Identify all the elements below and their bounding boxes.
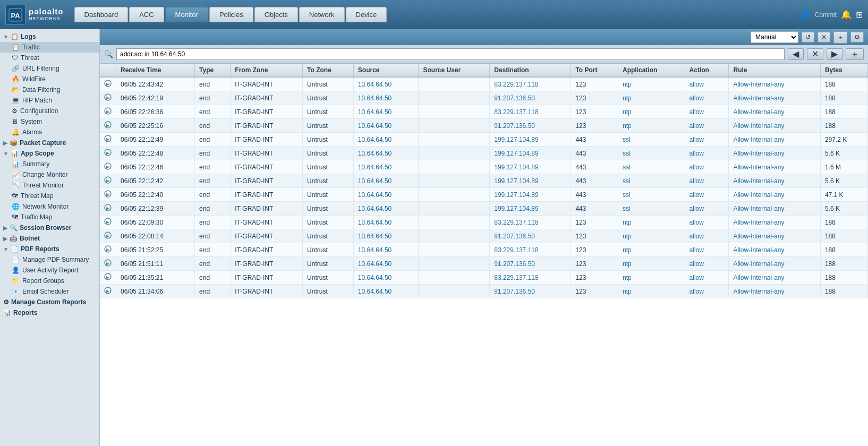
summary-icon: 📊	[12, 160, 20, 168]
row-detail-icon[interactable]: ▶	[100, 229, 116, 243]
row-detail-icon[interactable]: ▶	[100, 91, 116, 105]
sidebar-group-packet-capture-header[interactable]: ▶ 📦 Packet Capture	[0, 138, 99, 148]
tab-network[interactable]: Network	[299, 7, 345, 22]
traffic-map-icon: 🗺	[12, 213, 18, 221]
row-detail-icon[interactable]: ▶	[100, 105, 116, 119]
sidebar-item-wildfire[interactable]: 🔥 WildFire	[0, 74, 99, 84]
row-detail-icon[interactable]: ▶	[100, 147, 116, 160]
svg-text:▶: ▶	[106, 206, 110, 211]
sidebar-group-logs-label: Logs	[21, 33, 36, 40]
col-action[interactable]: Action	[685, 64, 729, 77]
sidebar-group-session-browser-header[interactable]: ▶ 🔍 Session Browser	[0, 222, 99, 233]
sidebar-group-app-scope-header[interactable]: ▼ 📊 App Scope	[0, 148, 99, 159]
filter-search-icon: 🔍	[104, 50, 113, 58]
sidebar-item-threat-map[interactable]: 🗺 Threat Map	[0, 191, 99, 201]
sidebar-item-url-filtering[interactable]: 🔗 URL Filtering	[0, 63, 99, 74]
sidebar-item-change-monitor[interactable]: 📈 Change Monitor	[0, 169, 99, 180]
sidebar-item-report-groups[interactable]: 📁 Report Groups	[0, 276, 99, 286]
sidebar-group-logs-header[interactable]: ▼ 📋 Logs	[0, 31, 99, 42]
row-detail-icon[interactable]: ▶	[100, 202, 116, 216]
row-detail-icon[interactable]: ▶	[100, 285, 116, 298]
grid-icon[interactable]: ⊞	[856, 10, 863, 20]
svg-text:▶: ▶	[106, 151, 110, 156]
sidebar-item-threat[interactable]: 🛡 Threat	[0, 53, 99, 63]
sidebar-item-traffic[interactable]: 📋 Traffic	[0, 42, 99, 53]
row-detail-icon[interactable]: ▶	[100, 77, 116, 91]
filter-clear-button[interactable]: ✕	[807, 48, 823, 60]
sidebar-item-network-monitor[interactable]: 🌐 Network Monitor	[0, 201, 99, 212]
manual-select[interactable]: Manual Auto	[751, 31, 798, 43]
col-destination[interactable]: Destination	[490, 64, 571, 77]
bell-icon[interactable]: 🔔	[841, 10, 852, 20]
row-detail-icon[interactable]: ▶	[100, 133, 116, 147]
svg-text:▶: ▶	[106, 96, 110, 100]
row-detail-icon[interactable]: ▶	[100, 188, 116, 202]
col-source[interactable]: Source	[353, 64, 419, 77]
table-row: ▶06/05 22:09:30endIT-GRAD-INTUntrust10.6…	[100, 216, 868, 229]
commit-button[interactable]: Commit	[815, 11, 837, 19]
sidebar-item-email-scheduler[interactable]: 📧 Email Scheduler	[0, 286, 99, 297]
sidebar-item-alarms[interactable]: 🔔 Alarms	[0, 127, 99, 138]
svg-text:PA: PA	[11, 12, 20, 20]
filter-input[interactable]	[116, 48, 785, 60]
col-source-user[interactable]: Source User	[419, 64, 490, 77]
logo-area: PA paloalto NETWORKS	[5, 5, 64, 25]
sidebar-item-system[interactable]: 🖥 System	[0, 116, 99, 127]
settings-button[interactable]: ⚙	[850, 32, 864, 42]
sidebar-item-threat-monitor[interactable]: 📉 Threat Monitor	[0, 180, 99, 191]
table-row: ▶06/05 21:52:25endIT-GRAD-INTUntrust10.6…	[100, 243, 868, 257]
col-to-port[interactable]: To Port	[571, 64, 618, 77]
table-row: ▶06/05 22:12:42endIT-GRAD-INTUntrust10.6…	[100, 174, 868, 188]
col-to-zone[interactable]: To Zone	[303, 64, 354, 77]
sidebar-group-pdf-reports-label: PDF Reports	[21, 245, 59, 253]
row-detail-icon[interactable]: ▶	[100, 243, 116, 257]
sidebar-item-hip-match[interactable]: 💻 HIP Match	[0, 95, 99, 106]
row-detail-icon[interactable]: ▶	[100, 160, 116, 174]
row-detail-icon[interactable]: ▶	[100, 271, 116, 285]
sidebar-item-manage-pdf-summary[interactable]: 📄 Manage PDF Summary	[0, 254, 99, 265]
stop-button[interactable]: ✕	[818, 32, 830, 42]
filter-next-button[interactable]: ▶	[827, 48, 843, 60]
row-detail-icon[interactable]: ▶	[100, 119, 116, 133]
sidebar-group-botnet-header[interactable]: ▶ 🤖 Botnet	[0, 233, 99, 244]
sidebar-group-pdf-reports-header[interactable]: ▼ 📄 PDF Reports	[0, 244, 99, 254]
sidebar-item-manage-pdf-label: Manage PDF Summary	[22, 256, 89, 263]
sidebar-item-user-activity-report[interactable]: 👤 User Activity Report	[0, 265, 99, 276]
col-bytes[interactable]: Bytes	[820, 64, 867, 77]
traffic-icon: 📋	[12, 44, 20, 51]
svg-text:▶: ▶	[106, 82, 110, 87]
tab-policies[interactable]: Policies	[209, 7, 253, 22]
sidebar-item-data-filtering[interactable]: 📂 Data Filtering	[0, 84, 99, 95]
filter-prev-button[interactable]: ◀	[788, 48, 804, 60]
col-application[interactable]: Application	[618, 64, 685, 77]
svg-text:▶: ▶	[106, 275, 110, 280]
table-row: ▶06/05 22:25:16endIT-GRAD-INTUntrust10.6…	[100, 119, 868, 133]
sidebar-item-configuration[interactable]: ⚙ Configuration	[0, 106, 99, 116]
col-from-zone[interactable]: From Zone	[231, 64, 303, 77]
app-scope-icon: 📊	[11, 150, 19, 157]
sidebar-group-logs: ▼ 📋 Logs 📋 Traffic 🛡 Threat 🔗 URL Filter…	[0, 31, 99, 138]
tab-dashboard[interactable]: Dashboard	[74, 7, 129, 22]
sidebar-item-traffic-map[interactable]: 🗺 Traffic Map	[0, 212, 99, 222]
sidebar-group-manage-custom-reports-header[interactable]: ⚙ Manage Custom Reports	[0, 297, 99, 307]
refresh-button[interactable]: ↺	[802, 32, 814, 42]
sidebar-item-configuration-label: Configuration	[20, 107, 58, 115]
url-filtering-icon: 🔗	[12, 65, 20, 72]
tab-objects[interactable]: Objects	[254, 7, 298, 22]
tab-monitor[interactable]: Monitor	[165, 7, 208, 22]
sidebar-group-reports-header[interactable]: 📊 Reports	[0, 307, 99, 318]
svg-text:▶: ▶	[106, 178, 110, 183]
row-detail-icon[interactable]: ▶	[100, 174, 116, 188]
row-detail-icon[interactable]: ▶	[100, 216, 116, 229]
col-receive-time[interactable]: Receive Time	[116, 64, 195, 77]
sidebar-item-summary[interactable]: 📊 Summary	[0, 159, 99, 169]
tab-acc[interactable]: ACC	[129, 7, 164, 22]
col-type[interactable]: Type	[195, 64, 231, 77]
tab-device[interactable]: Device	[346, 7, 387, 22]
sidebar-item-threat-map-label: Threat Map	[21, 192, 53, 200]
row-detail-icon[interactable]: ▶	[100, 257, 116, 271]
sidebar-group-packet-capture: ▶ 📦 Packet Capture	[0, 138, 99, 148]
add-filter-button[interactable]: ＋	[833, 31, 847, 44]
filter-add-button[interactable]: ＋	[846, 48, 864, 60]
col-rule[interactable]: Rule	[729, 64, 820, 77]
